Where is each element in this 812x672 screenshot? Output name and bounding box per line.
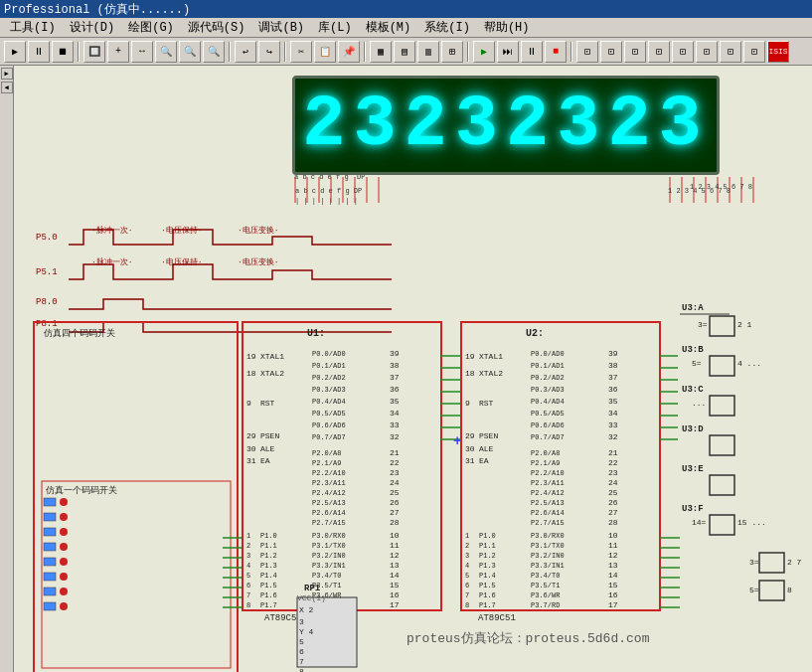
toolbar-btn-16[interactable]: ⊡ xyxy=(624,41,646,63)
svg-text:3=: 3= xyxy=(749,558,759,567)
menu-library[interactable]: 库(L) xyxy=(312,18,358,37)
svg-text:P1.0: P1.0 xyxy=(479,532,496,540)
title-bar: Professional (仿真中......) xyxy=(0,0,812,18)
svg-text:P2.1/A9: P2.1/A9 xyxy=(531,459,560,467)
toolbar-btn-cut[interactable]: ✂ xyxy=(290,41,312,63)
toolbar-btn-18[interactable]: ⊡ xyxy=(672,41,694,63)
toolbar-btn-8[interactable]: 🔍 xyxy=(179,41,201,63)
svg-rect-172 xyxy=(44,513,56,521)
svg-text:X 2: X 2 xyxy=(299,605,314,614)
toolbar-btn-2[interactable]: ⏸ xyxy=(28,41,50,63)
toolbar-btn-20[interactable]: ⊡ xyxy=(720,41,741,63)
svg-rect-213 xyxy=(710,475,734,495)
toolbar-btn-sim-step[interactable]: ⏭ xyxy=(497,41,519,63)
toolbar-btn-sim-stop[interactable]: ■ xyxy=(545,41,567,63)
svg-text:U3:C: U3:C xyxy=(682,385,704,395)
svg-text:3: 3 xyxy=(465,552,469,560)
canvas-area[interactable]: 23232323 a b c d e f g DP 1 2 3 4 5 6 7 … xyxy=(14,66,812,672)
svg-text:12: 12 xyxy=(608,551,618,560)
toolbar-btn-5[interactable]: + xyxy=(107,41,129,63)
svg-text:AT89C51: AT89C51 xyxy=(478,613,516,623)
svg-text:P0.4/AD4: P0.4/AD4 xyxy=(531,398,565,406)
toolbar-btn-redo[interactable]: ↪ xyxy=(258,41,280,63)
svg-text:4: 4 xyxy=(465,562,469,570)
svg-text:U1:: U1: xyxy=(307,328,325,339)
toolbar-btn-15[interactable]: ⊡ xyxy=(600,41,622,63)
svg-text:8: 8 xyxy=(465,601,469,609)
side-btn-1[interactable]: ▶ xyxy=(1,68,13,80)
seg-value: 23232323 xyxy=(292,84,720,166)
seg-labels-right: 1 2 3 4 5 6 7 8 xyxy=(690,183,752,191)
menu-source[interactable]: 源代码(S) xyxy=(182,18,251,37)
svg-text:U3:B: U3:B xyxy=(682,345,704,355)
toolbar-btn-4[interactable]: 🔲 xyxy=(83,41,105,63)
svg-text:7: 7 xyxy=(465,591,469,599)
toolbar-btn-red[interactable]: ISIS xyxy=(767,41,789,63)
svg-text:30: 30 xyxy=(246,444,256,453)
svg-text:1: 1 xyxy=(465,532,469,540)
menu-help[interactable]: 帮助(H) xyxy=(478,18,536,37)
svg-text:22: 22 xyxy=(608,458,618,467)
menu-debug[interactable]: 调试(B) xyxy=(252,18,310,37)
toolbar-btn-11[interactable]: ▤ xyxy=(394,41,415,63)
toolbar-btn-10[interactable]: ▦ xyxy=(370,41,392,63)
menu-tools[interactable]: 工具(I) xyxy=(4,18,62,37)
svg-text:P1.7: P1.7 xyxy=(260,601,277,609)
toolbar-sep-6 xyxy=(570,42,572,62)
toolbar-sep-5 xyxy=(467,42,469,62)
svg-text:13: 13 xyxy=(608,561,618,570)
toolbar-btn-copy[interactable]: 📋 xyxy=(314,41,336,63)
menu-draw[interactable]: 绘图(G) xyxy=(122,18,180,37)
svg-text:29: 29 xyxy=(246,431,256,440)
toolbar-btn-21[interactable]: ⊡ xyxy=(743,41,765,63)
menu-design[interactable]: 设计(D) xyxy=(64,18,121,37)
svg-text:5: 5 xyxy=(465,572,469,580)
svg-text:XTAL2: XTAL2 xyxy=(479,369,503,378)
svg-text:XTAL1: XTAL1 xyxy=(260,352,284,361)
svg-rect-176 xyxy=(44,573,56,581)
toolbar-btn-3[interactable]: ⏹ xyxy=(52,41,74,63)
svg-text:10: 10 xyxy=(608,531,618,540)
svg-text:P3.0/RX0: P3.0/RX0 xyxy=(531,532,565,540)
svg-point-186 xyxy=(60,602,68,610)
toolbar-btn-19[interactable]: ⊡ xyxy=(696,41,718,63)
svg-text:P0.3/AD3: P0.3/AD3 xyxy=(312,386,346,394)
toolbar-btn-7[interactable]: 🔍 xyxy=(155,41,177,63)
svg-text:P1.2: P1.2 xyxy=(479,552,496,560)
toolbar-btn-17[interactable]: ⊡ xyxy=(648,41,670,63)
svg-text:XTAL2: XTAL2 xyxy=(260,369,284,378)
toolbar-btn-9[interactable]: 🔍 xyxy=(203,41,225,63)
svg-text:19: 19 xyxy=(246,352,256,361)
svg-text:P2.4/A12: P2.4/A12 xyxy=(531,489,565,497)
svg-rect-218 xyxy=(759,553,784,573)
svg-text:36: 36 xyxy=(390,385,400,394)
toolbar-btn-sim-pause[interactable]: ⏸ xyxy=(521,41,543,63)
svg-text:P2.5/A13: P2.5/A13 xyxy=(531,499,565,507)
svg-text:U2:: U2: xyxy=(526,328,544,339)
svg-text:15: 15 xyxy=(390,581,400,589)
toolbar-btn-6[interactable]: ↔ xyxy=(131,41,153,63)
toolbar-btn-12[interactable]: ▥ xyxy=(417,41,439,63)
menu-template[interactable]: 模板(M) xyxy=(360,18,417,37)
svg-text:25: 25 xyxy=(608,488,618,497)
svg-text:RST: RST xyxy=(479,399,494,408)
toolbar-btn-undo[interactable]: ↩ xyxy=(235,41,256,63)
main-area: ▶ ◀ 23232323 a b c d e f g DP 1 2 3 4 5 … xyxy=(0,66,812,672)
svg-text:31: 31 xyxy=(465,456,475,465)
waveform-p50-label: P5.0 xyxy=(36,233,58,243)
side-btn-2[interactable]: ◀ xyxy=(1,82,13,93)
svg-text:P2.3/A11: P2.3/A11 xyxy=(531,479,565,487)
svg-text:U3:F: U3:F xyxy=(682,504,704,514)
toolbar-btn-13[interactable]: ⊞ xyxy=(441,41,463,63)
menu-system[interactable]: 系统(I) xyxy=(418,18,476,37)
svg-text:21: 21 xyxy=(608,448,618,457)
toolbar-btn-1[interactable]: ▶ xyxy=(4,41,26,63)
svg-rect-215 xyxy=(710,515,734,535)
svg-text:2  1: 2 1 xyxy=(737,320,752,329)
svg-text:P8.0: P8.0 xyxy=(36,297,58,307)
toolbar-btn-sim-play[interactable]: ▶ xyxy=(473,41,495,63)
toolbar-btn-14[interactable]: ⊡ xyxy=(576,41,598,63)
svg-text:P3.4/T0: P3.4/T0 xyxy=(312,572,341,580)
toolbar-sep-4 xyxy=(364,42,366,62)
toolbar-btn-paste[interactable]: 📌 xyxy=(338,41,360,63)
